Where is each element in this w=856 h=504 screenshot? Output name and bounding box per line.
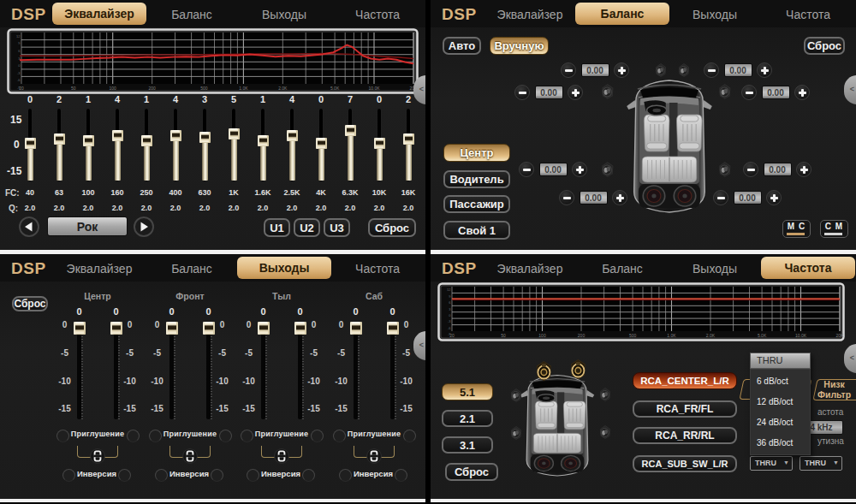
svg-text:12: 12 [16, 34, 21, 39]
svg-text:5.0K: 5.0K [758, 333, 767, 338]
svg-text:50: 50 [71, 86, 76, 91]
svg-text:5.0K: 5.0K [330, 86, 340, 91]
svg-text:500: 500 [629, 333, 637, 338]
svg-text:200: 200 [578, 333, 586, 338]
svg-text:2.0K: 2.0K [278, 86, 288, 91]
svg-text:500: 500 [200, 86, 208, 91]
svg-text:1.0K: 1.0K [239, 86, 248, 91]
svg-text:20K: 20K [836, 333, 845, 338]
svg-text:10.0K: 10.0K [368, 86, 380, 91]
svg-text:50: 50 [501, 333, 506, 338]
svg-text:200: 200 [149, 86, 157, 91]
svg-text:100: 100 [110, 86, 117, 91]
svg-text:100: 100 [538, 333, 546, 338]
svg-text:2.0K: 2.0K [706, 333, 716, 338]
svg-text:1.0K: 1.0K [667, 333, 676, 338]
svg-text:20: 20 [19, 86, 24, 91]
svg-text:20: 20 [449, 333, 455, 338]
svg-text:12: 12 [447, 288, 451, 292]
svg-text:10.0K: 10.0K [795, 333, 807, 338]
